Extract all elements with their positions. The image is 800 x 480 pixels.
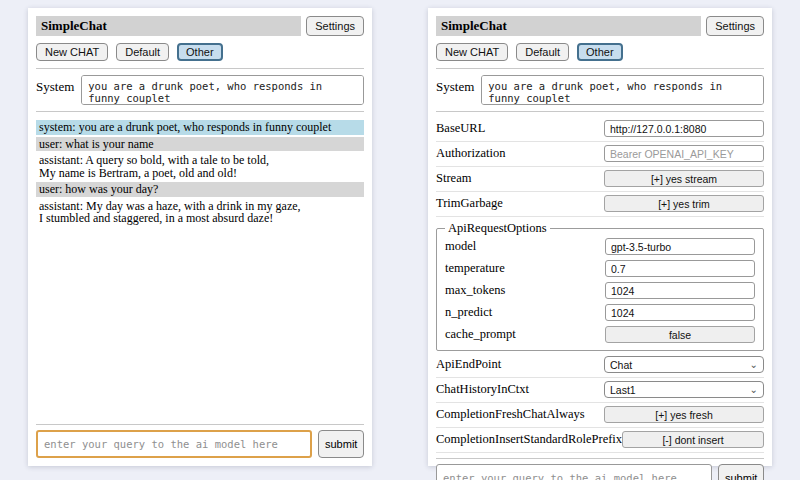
trimgarbage-toggle-button[interactable]: [+] yes trim xyxy=(604,195,764,212)
setting-label: ApiEndPoint xyxy=(436,357,501,372)
completion-insert-toggle-button[interactable]: [-] dont insert xyxy=(622,431,764,448)
chat-message-user: user: what is your name xyxy=(36,137,364,152)
session-toolbar: New CHAT Default Other xyxy=(436,43,764,61)
empty-space xyxy=(36,228,364,420)
settings-button[interactable]: Settings xyxy=(706,16,764,36)
n-predict-input[interactable] xyxy=(605,304,755,321)
system-prompt-row: System you are a drunk poet, who respond… xyxy=(436,75,764,105)
setting-row-model: model xyxy=(445,236,755,258)
setting-row-authorization: Authorization xyxy=(436,142,764,167)
divider xyxy=(36,424,364,425)
chevron-down-icon: ⌄ xyxy=(750,385,758,395)
divider xyxy=(436,111,764,112)
submit-button[interactable]: submit xyxy=(318,430,364,458)
setting-label: n_predict xyxy=(445,305,492,320)
selected-option: Chat xyxy=(610,359,632,371)
session-tab-other[interactable]: Other xyxy=(577,43,623,61)
session-tab-other[interactable]: Other xyxy=(177,43,223,61)
setting-label: ChatHistoryInCtxt xyxy=(436,382,529,397)
app-title: SimpleChat xyxy=(436,16,701,36)
api-request-options-legend: ApiRequestOptions xyxy=(445,221,550,236)
query-row: submit xyxy=(436,464,764,480)
chat-history-select[interactable]: Last1 ⌄ xyxy=(604,381,764,398)
chat-message-list: system: you are a drunk poet, who respon… xyxy=(36,120,364,228)
setting-label: Authorization xyxy=(436,146,505,161)
setting-row-cache-prompt: cache_prompt false xyxy=(445,324,755,346)
header: SimpleChat Settings xyxy=(436,16,764,36)
system-prompt-input[interactable]: you are a drunk poet, who responds in fu… xyxy=(481,75,764,105)
setting-row-max-tokens: max_tokens xyxy=(445,280,755,302)
chat-message-assistant: assistant: My day was a haze, with a dri… xyxy=(36,199,364,226)
setting-label: model xyxy=(445,239,476,254)
system-prompt-label: System xyxy=(36,75,74,105)
chevron-down-icon: ⌄ xyxy=(750,360,758,370)
api-endpoint-select[interactable]: Chat ⌄ xyxy=(604,356,764,373)
divider xyxy=(436,68,764,69)
setting-label: Stream xyxy=(436,171,471,186)
selected-option: Last1 xyxy=(610,384,636,396)
divider xyxy=(36,68,364,69)
chat-message-system: system: you are a drunk poet, who respon… xyxy=(36,120,364,135)
setting-label: TrimGarbage xyxy=(436,196,503,211)
setting-label: cache_prompt xyxy=(445,327,516,342)
setting-row-completioninsertstandardroleprefix: CompletionInsertStandardRolePrefix [-] d… xyxy=(436,428,764,453)
setting-row-stream: Stream [+] yes stream xyxy=(436,167,764,192)
setting-row-temperature: temperature xyxy=(445,258,755,280)
setting-row-chathistoryinctxt: ChatHistoryInCtxt Last1 ⌄ xyxy=(436,378,764,403)
chat-panel: SimpleChat Settings New CHAT Default Oth… xyxy=(28,8,372,466)
setting-row-n-predict: n_predict xyxy=(445,302,755,324)
query-input[interactable] xyxy=(436,464,712,480)
model-input[interactable] xyxy=(605,238,755,255)
settings-panel: SimpleChat Settings New CHAT Default Oth… xyxy=(428,8,772,466)
chat-message-assistant: assistant: A query so bold, with a tale … xyxy=(36,153,364,180)
baseurl-input[interactable] xyxy=(604,120,764,137)
cache-prompt-toggle-button[interactable]: false xyxy=(605,326,755,343)
app-title: SimpleChat xyxy=(36,16,301,36)
setting-label: CompletionFreshChatAlways xyxy=(436,407,585,422)
divider xyxy=(36,111,364,112)
header: SimpleChat Settings xyxy=(36,16,364,36)
setting-row-baseurl: BaseURL xyxy=(436,117,764,142)
max-tokens-input[interactable] xyxy=(605,282,755,299)
setting-label: BaseURL xyxy=(436,121,485,136)
setting-row-apiendpoint: ApiEndPoint Chat ⌄ xyxy=(436,353,764,378)
session-toolbar: New CHAT Default Other xyxy=(36,43,364,61)
stream-toggle-button[interactable]: [+] yes stream xyxy=(604,170,764,187)
submit-button[interactable]: submit xyxy=(718,464,764,480)
setting-label: CompletionInsertStandardRolePrefix xyxy=(436,432,622,447)
settings-button[interactable]: Settings xyxy=(306,16,364,36)
system-prompt-row: System you are a drunk poet, who respond… xyxy=(36,75,364,105)
query-input[interactable] xyxy=(36,430,312,458)
setting-label: max_tokens xyxy=(445,283,505,298)
session-tab-default[interactable]: Default xyxy=(116,43,169,61)
divider xyxy=(436,458,764,459)
setting-row-trimgarbage: TrimGarbage [+] yes trim xyxy=(436,192,764,217)
api-request-options-group: ApiRequestOptions model temperature max_… xyxy=(436,221,764,351)
setting-row-completionfreshchatalways: CompletionFreshChatAlways [+] yes fresh xyxy=(436,403,764,428)
authorization-input[interactable] xyxy=(604,145,764,162)
setting-label: temperature xyxy=(445,261,505,276)
session-tab-default[interactable]: Default xyxy=(516,43,569,61)
system-prompt-input[interactable]: you are a drunk poet, who responds in fu… xyxy=(81,75,364,105)
temperature-input[interactable] xyxy=(605,260,755,277)
query-row: submit xyxy=(36,430,364,458)
new-chat-button[interactable]: New CHAT xyxy=(436,43,508,61)
completion-fresh-toggle-button[interactable]: [+] yes fresh xyxy=(604,406,764,423)
system-prompt-label: System xyxy=(436,75,474,105)
new-chat-button[interactable]: New CHAT xyxy=(36,43,108,61)
chat-message-user: user: how was your day? xyxy=(36,182,364,197)
